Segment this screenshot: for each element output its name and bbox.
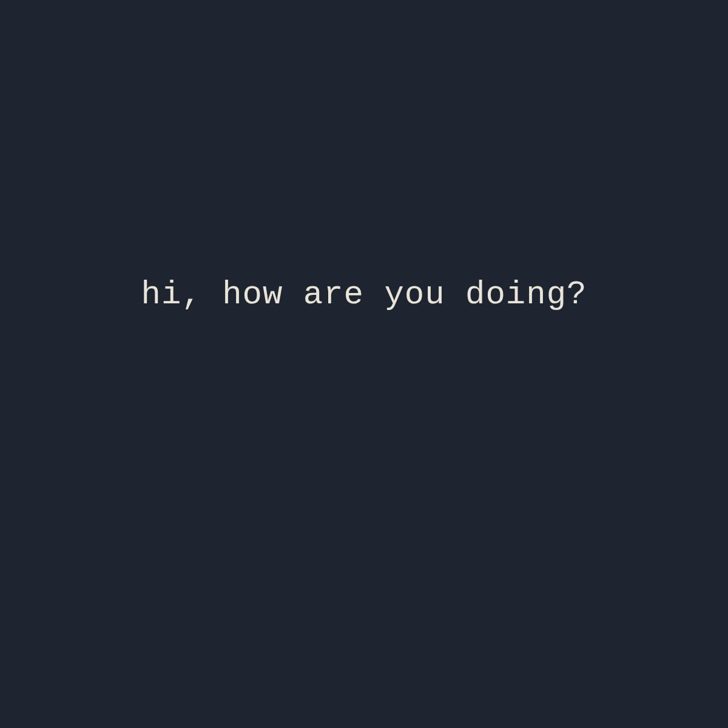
message-text: hi, how are you doing? xyxy=(141,276,587,313)
